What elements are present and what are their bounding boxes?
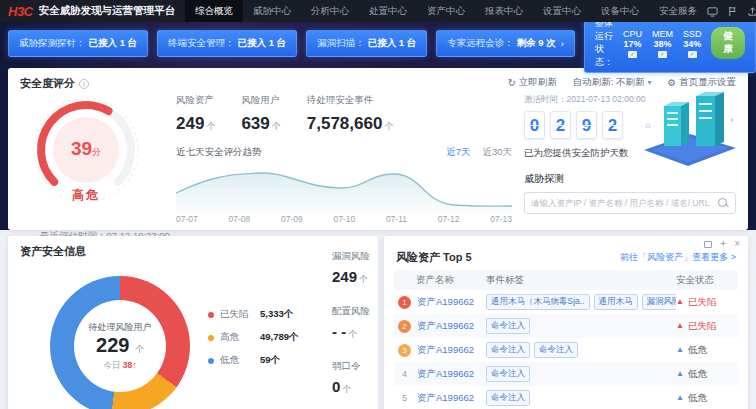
- nav-item[interactable]: 威胁中心: [243, 0, 301, 22]
- threat-search-input[interactable]: [525, 198, 717, 208]
- status-triangle-icon: ▲: [676, 346, 684, 354]
- probe-value: 已接入 1 台: [368, 37, 417, 50]
- nav-menu: 综合概览威胁中心分析中心处置中心资产中心报表中心设置中心设备中心安全服务: [185, 0, 707, 22]
- search-icon[interactable]: [717, 197, 729, 209]
- nav-item[interactable]: 分析中心: [301, 0, 359, 22]
- risk-stat: 风险用户639个: [241, 94, 280, 134]
- legend-name: 低危: [220, 354, 254, 367]
- asset-cell: 5资产A199662: [394, 392, 486, 405]
- health-badge[interactable]: 健康: [711, 27, 745, 59]
- rank-badge: 5: [398, 392, 411, 405]
- asset-link[interactable]: 资产A199662: [417, 344, 474, 357]
- metric-value: MEM 38%: [652, 29, 673, 49]
- nav-item[interactable]: 安全服务: [649, 0, 707, 22]
- probe-value: 已接入 1 台: [89, 37, 138, 50]
- trend-tab[interactable]: 近7天: [446, 146, 470, 159]
- asset-link[interactable]: 资产A199662: [417, 320, 474, 333]
- risk-stat: 待处理安全事件7,578,660个: [307, 94, 394, 134]
- flip-digit: 2: [550, 111, 571, 139]
- event-tag: 命令注入: [534, 342, 578, 358]
- event-tags-cell: 命令注入: [486, 366, 676, 382]
- trend-tab[interactable]: 近30天: [482, 146, 512, 159]
- probe-status-button[interactable]: 专家远程会诊：剩余 9 次›: [436, 30, 575, 57]
- status-text: 低危: [688, 344, 707, 357]
- x-tick-label: 07-09: [281, 214, 303, 224]
- view-more-link[interactable]: 前往「风险资产」查看更多 >: [620, 251, 736, 264]
- close-icon[interactable]: ×: [734, 239, 740, 249]
- probe-label: 终端安全管理：: [168, 37, 235, 50]
- probe-status-button[interactable]: 威胁探测探针：已接入 1 台: [8, 30, 148, 57]
- status-label: 整体运行状态：: [595, 17, 613, 69]
- threat-search-box: [524, 192, 736, 214]
- probe-status-button[interactable]: 漏洞扫描：已接入 1 台: [306, 30, 427, 57]
- expand-icon[interactable]: [704, 241, 712, 248]
- nav-item[interactable]: 资产中心: [417, 0, 475, 22]
- refresh-icon: ↻: [508, 77, 516, 88]
- metric-mem: MEM 38%✓: [652, 29, 673, 58]
- x-tick-label: 07-08: [228, 214, 250, 224]
- score-trend-chart: [176, 161, 512, 213]
- status-triangle-icon: ▲: [676, 370, 684, 378]
- status-cell: ▲低危: [676, 344, 738, 357]
- nav-item[interactable]: 设置中心: [533, 0, 591, 22]
- security-score-card: 安全度评分 i ↻立即刷新 自动刷新: 不刷新▾ ⚙首页显示设置 39分 高危 …: [8, 68, 748, 230]
- event-tag: 通用木马: [594, 294, 638, 310]
- display-settings-button[interactable]: ⚙首页显示设置: [667, 76, 736, 89]
- asset-link[interactable]: 资产A199662: [417, 368, 474, 381]
- risk-stat: 风险资产249个: [176, 94, 215, 134]
- top-nav: H3C 安全威胁发现与运营管理平台 综合概览威胁中心分析中心处置中心资产中心报表…: [0, 0, 756, 22]
- upload-icon[interactable]: [747, 6, 756, 17]
- nav-item[interactable]: 处置中心: [359, 0, 417, 22]
- nav-item[interactable]: 报表中心: [475, 0, 533, 22]
- add-icon[interactable]: +: [720, 239, 726, 249]
- rank-badge: 1: [398, 296, 411, 309]
- trend-title: 近七天安全评分趋势: [176, 146, 262, 159]
- event-tag: 命令注入: [486, 390, 530, 406]
- trend-range-tabs: 近7天近30天: [446, 146, 512, 159]
- stat-value: 639个: [241, 114, 280, 134]
- side-stat: 配置风险- -个: [332, 305, 370, 341]
- probe-value: 剩余 9 次: [517, 37, 556, 50]
- stat-value: 249个: [176, 114, 215, 134]
- screen-icon[interactable]: [707, 6, 718, 17]
- score-unit: 分: [92, 147, 101, 157]
- status-cell: ▲低危: [676, 392, 738, 405]
- probe-label: 威胁探测探针：: [19, 37, 86, 50]
- table-row[interactable]: 3资产A199662命令注入命令注入▲低危: [394, 338, 738, 362]
- info-icon[interactable]: i: [79, 79, 89, 89]
- rank-badge: 3: [398, 344, 411, 357]
- legend-value: 59个: [260, 354, 280, 367]
- table-row[interactable]: 1资产A199662通用木马（木马病毒Sja..通用木马漏洞风险更多 (3)▲已…: [394, 290, 738, 314]
- flag-icon[interactable]: [727, 6, 738, 17]
- rank-badge: 2: [398, 320, 411, 333]
- risk-level-label: 高危: [30, 187, 142, 204]
- x-tick-label: 07-11: [386, 214, 407, 224]
- flip-digit: 2: [602, 111, 623, 139]
- risk-user-donut-chart: 待处理风险用户 229 个 今日 38↑: [50, 276, 190, 409]
- event-tag: 命令注入: [486, 342, 530, 358]
- table-row[interactable]: 5资产A199662命令注入▲低危: [394, 386, 738, 409]
- event-tags-cell: 通用木马（木马病毒Sja..通用木马漏洞风险更多 (3): [486, 294, 676, 310]
- nav-item[interactable]: 设备中心: [591, 0, 649, 22]
- x-tick-label: 07-13: [490, 214, 512, 224]
- probe-status-button[interactable]: 终端安全管理：已接入 1 台: [157, 30, 297, 57]
- asset-link[interactable]: 资产A199662: [417, 296, 474, 309]
- nav-item[interactable]: 综合概览: [185, 0, 243, 22]
- platform-title: 安全威胁发现与运营管理平台: [39, 4, 176, 18]
- asset-cell: 3资产A199662: [394, 344, 486, 357]
- asset-link[interactable]: 资产A199662: [417, 392, 474, 405]
- ssd-icon: ✓: [688, 51, 697, 58]
- server-illustration: [636, 90, 740, 168]
- refresh-now-button[interactable]: ↻立即刷新: [508, 76, 557, 89]
- legend-dot: [208, 312, 214, 318]
- table-row[interactable]: 2资产A199662命令注入▲已失陷: [394, 314, 738, 338]
- table-row[interactable]: 4资产A199662命令注入▲低危: [394, 362, 738, 386]
- status-text: 已失陷: [688, 296, 717, 309]
- auto-refresh-select[interactable]: 自动刷新: 不刷新▾: [573, 76, 652, 89]
- score-card-title: 安全度评分: [20, 76, 75, 91]
- metric-cpu: CPU 17%✓: [623, 29, 642, 58]
- event-tag: 漏洞风险: [642, 294, 676, 310]
- status-text: 已失陷: [688, 320, 717, 333]
- system-status-panel: 整体运行状态：CPU 17%✓MEM 38%✓SSD 34%✓健康: [584, 13, 756, 73]
- status-triangle-icon: ▲: [676, 298, 684, 306]
